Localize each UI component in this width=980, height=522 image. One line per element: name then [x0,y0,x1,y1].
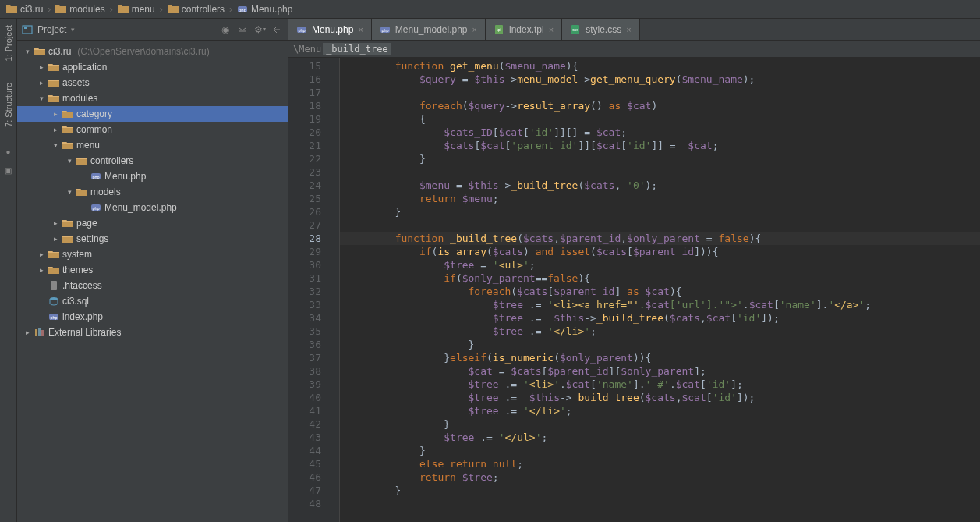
code-line[interactable] [340,497,980,510]
tree-item-label: themes [62,265,93,275]
code-line[interactable]: $tree .= '</li>'; [340,325,980,338]
code-line[interactable] [340,165,980,179]
code-line[interactable]: $cats_ID[$cat['id']][] = $cat; [340,126,980,139]
tree-item-label: modules [62,93,97,104]
code-line[interactable]: $query = $this->menu_model->get_menu_que… [340,73,980,86]
tab-menu-php[interactable]: phpMenu.php× [288,19,372,40]
tool-tab-project[interactable]: 1: Project [2,22,15,64]
tree-item-menu-php[interactable]: phpMenu.php [17,169,288,184]
project-tree[interactable]: ▾ci3.ru(C:\OpenServer\domains\ci3.ru)▸ap… [17,41,288,522]
code-line[interactable]: function get_menu($menu_name){ [340,59,980,73]
code-line[interactable]: }elseif(is_numeric($only_parent)){ [340,351,980,364]
code-line[interactable]: } [340,484,980,497]
code-editor[interactable]: 1516171819202122232425262728293031323334… [288,58,980,522]
folder-icon [62,125,73,134]
tool-tab-structure[interactable]: 7: Structure [2,80,15,130]
gear-icon[interactable]: ⚙▾ [253,23,266,36]
code-line[interactable]: } [340,417,980,431]
tree-item-page[interactable]: ▸page [17,215,288,231]
code-line[interactable]: } [340,444,980,457]
code-line[interactable]: $tree .= '<li><a href="'.$cat['url'].'">… [340,298,980,311]
folder-icon [48,265,59,275]
crumb-4[interactable]: phpMenu.php [235,4,294,15]
folder-icon [168,5,179,14]
code-line[interactable] [340,218,980,232]
crumb-0[interactable]: ci3.ru [5,4,44,15]
sidebar-title[interactable]: Project ▾ [22,24,75,35]
crumb-2[interactable]: menu [116,4,157,15]
code-line[interactable]: else return null; [340,457,980,471]
close-icon[interactable]: × [549,25,554,34]
crumb-3[interactable]: controllers [166,4,226,15]
folder-icon [55,5,66,14]
code-line[interactable]: $tree .= $this->_build_tree($cats,$cat['… [340,311,980,325]
tree-item-modules[interactable]: ▾modules [17,91,288,106]
tab-menu_model-php[interactable]: phpMenu_model.php× [372,19,486,40]
tab-style-css[interactable]: cssstyle.css× [562,19,639,40]
close-icon[interactable]: × [358,25,363,34]
tree-item-common[interactable]: ▸common [17,122,288,137]
code-line[interactable]: $tree .= '</ul>'; [340,431,980,444]
tool-icon-2[interactable]: ▣ [2,165,15,176]
tree-item-application[interactable]: ▸application [17,59,288,75]
hide-icon[interactable] [271,23,283,36]
tree-item-label: ci3.ru [48,46,71,57]
close-icon[interactable]: × [626,25,631,34]
code-line[interactable]: } [340,205,980,218]
php-icon: php [380,24,391,35]
svg-rect-8 [51,281,57,290]
tree-item-themes[interactable]: ▸themes [17,262,288,278]
php-icon: php [296,24,307,35]
tree-item-external-libraries[interactable]: ▸External Libraries [17,325,288,340]
editor-breadcrumb[interactable]: \Menu _build_tree [288,41,980,58]
svg-rect-14 [41,330,44,336]
tree-item-system[interactable]: ▸system [17,247,288,262]
tree-item-models[interactable]: ▾models [17,184,288,200]
tree-item-settings[interactable]: ▸settings [17,231,288,247]
code-line[interactable]: $tree = '<ul>'; [340,258,980,272]
svg-text:php: php [50,315,57,320]
code-line[interactable]: $cats[$cat['parent_id']][$cat['id']] = $… [340,139,980,152]
collapse-all-icon[interactable] [236,23,249,36]
code-line[interactable]: $menu = $this->_build_tree($cats, '0'); [340,179,980,192]
sidebar-header: Project ▾ ◉ ⚙▾ [17,19,288,41]
code-line[interactable]: $tree .= $this->_build_tree($cats,$cat['… [340,391,980,404]
code-line[interactable]: if($only_parent==false){ [340,272,980,285]
tree-arrow-icon: ▾ [23,48,31,55]
scroll-from-source-icon[interactable]: ◉ [219,23,232,36]
code-line[interactable]: { [340,112,980,126]
code-line[interactable]: $tree .= '<li>'.$cat['name'].' #'.$cat['… [340,378,980,391]
tree-arrow-icon: ▸ [37,63,45,71]
code-line[interactable]: function _build_tree($cats,$parent_id,$o… [340,232,980,245]
tree-item-index-php[interactable]: phpindex.php [17,309,288,325]
code-line[interactable]: if(is_array($cats) and isset($cats[$pare… [340,245,980,258]
code-line[interactable]: return $menu; [340,192,980,205]
tab-index-tpl[interactable]: tplindex.tpl× [486,19,562,40]
tree-item-ci3-sql[interactable]: ci3.sql [17,293,288,309]
code-line[interactable]: foreach($cats[$parent_id] as $cat){ [340,285,980,298]
folder-icon [6,5,17,14]
tree-item-ci3-ru[interactable]: ▾ci3.ru(C:\OpenServer\domains\ci3.ru) [17,44,288,59]
code-line[interactable]: } [340,338,980,351]
tree-item-menu[interactable]: ▾menu [17,137,288,153]
code-line[interactable]: $cat = $cats[$parent_id][$only_parent]; [340,364,980,378]
tree-item--htaccess[interactable]: .htaccess [17,278,288,293]
code-line[interactable] [340,86,980,99]
tree-item-controllers[interactable]: ▾controllers [17,153,288,169]
code-line[interactable]: return $tree; [340,471,980,484]
code-line[interactable]: foreach($query->result_array() as $cat) [340,99,980,112]
dropdown-icon: ▾ [71,26,75,34]
tree-item-label: controllers [90,155,133,166]
tree-item-menu_model-php[interactable]: phpMenu_model.php [17,200,288,215]
close-icon[interactable]: × [472,25,477,34]
code-line[interactable]: $tree .= '</li>'; [340,404,980,417]
crumb-1[interactable]: modules [54,4,106,15]
tree-item-category[interactable]: ▸category [17,106,288,122]
chevron-right-icon: › [110,4,113,15]
tree-arrow-icon: ▸ [37,250,45,258]
tool-icon-1[interactable]: ● [2,146,15,157]
code-line[interactable]: } [340,152,980,165]
tree-item-assets[interactable]: ▸assets [17,75,288,91]
code-content[interactable]: function get_menu($menu_name){ $query = … [340,58,980,522]
folder-icon [48,94,59,103]
